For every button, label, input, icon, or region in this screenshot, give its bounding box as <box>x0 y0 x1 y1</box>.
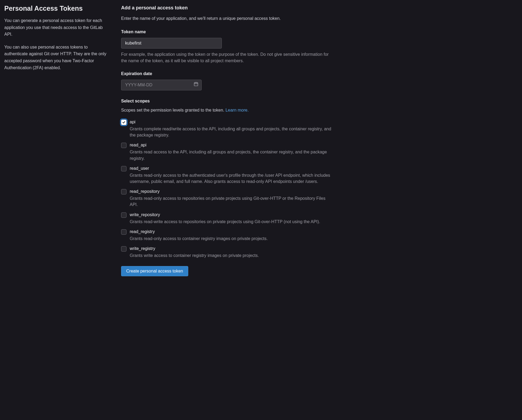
scope-checkbox-read_repository[interactable] <box>121 189 126 194</box>
token-name-help: For example, the application using the t… <box>121 51 332 64</box>
learn-more-link[interactable]: Learn more. <box>226 108 249 112</box>
scope-item-api: apiGrants complete read/write access to … <box>121 119 332 138</box>
scope-checkbox-write_registry[interactable] <box>121 246 126 252</box>
scope-desc-read_api: Grants read access to the API, including… <box>130 149 332 161</box>
scope-checkbox-read_registry[interactable] <box>121 229 126 235</box>
form-heading: Add a personal access token <box>121 4 332 12</box>
scope-checkbox-api[interactable] <box>121 120 126 125</box>
scope-checkbox-write_repository[interactable] <box>121 212 126 218</box>
scope-label-read_repository[interactable]: read_repository <box>130 188 160 195</box>
scope-label-read_api[interactable]: read_api <box>130 142 146 148</box>
scope-list: apiGrants complete read/write access to … <box>121 119 332 259</box>
main-form: Add a personal access token Enter the na… <box>121 4 332 276</box>
scope-label-read_user[interactable]: read_user <box>130 165 149 172</box>
scope-desc-read_registry: Grants read-only access to container reg… <box>130 235 332 242</box>
scope-desc-read_user: Grants read-only access to the authentic… <box>130 172 332 185</box>
scope-item-read_user: read_userGrants read-only access to the … <box>121 165 332 185</box>
create-token-button[interactable]: Create personal access token <box>121 266 188 276</box>
sidebar: Personal Access Tokens You can generate … <box>4 4 110 276</box>
scope-item-write_repository: write_repositoryGrants read-write access… <box>121 212 332 225</box>
scope-checkbox-read_api[interactable] <box>121 143 126 148</box>
form-intro: Enter the name of your application, and … <box>121 15 332 22</box>
scope-desc-api: Grants complete read/write access to the… <box>130 126 332 138</box>
scope-desc-read_repository: Grants read-only access to repositories … <box>130 195 332 208</box>
scope-label-api[interactable]: api <box>130 119 135 125</box>
scope-label-write_registry[interactable]: write_registry <box>130 245 155 252</box>
page-title: Personal Access Tokens <box>4 4 110 12</box>
token-name-label: Token name <box>121 29 332 35</box>
expiration-input[interactable] <box>121 80 202 90</box>
scope-desc-write_registry: Grants write access to container registr… <box>130 252 332 259</box>
scope-item-write_registry: write_registryGrants write access to con… <box>121 245 332 259</box>
scope-item-read_registry: read_registryGrants read-only access to … <box>121 229 332 242</box>
sidebar-para-2: You can also use personal access tokens … <box>4 44 110 71</box>
scope-item-read_api: read_apiGrants read access to the API, i… <box>121 142 332 161</box>
scope-label-write_repository[interactable]: write_repository <box>130 212 160 218</box>
sidebar-para-1: You can generate a personal access token… <box>4 17 110 38</box>
scopes-description: Scopes set the permission levels granted… <box>121 107 332 113</box>
scope-label-read_registry[interactable]: read_registry <box>130 229 155 235</box>
scope-checkbox-read_user[interactable] <box>121 166 126 171</box>
expiration-label: Expiration date <box>121 71 332 77</box>
scope-desc-write_repository: Grants read-write access to repositories… <box>130 219 332 225</box>
scope-item-read_repository: read_repositoryGrants read-only access t… <box>121 188 332 208</box>
token-name-input[interactable] <box>121 38 222 49</box>
scopes-label: Select scopes <box>121 98 332 104</box>
